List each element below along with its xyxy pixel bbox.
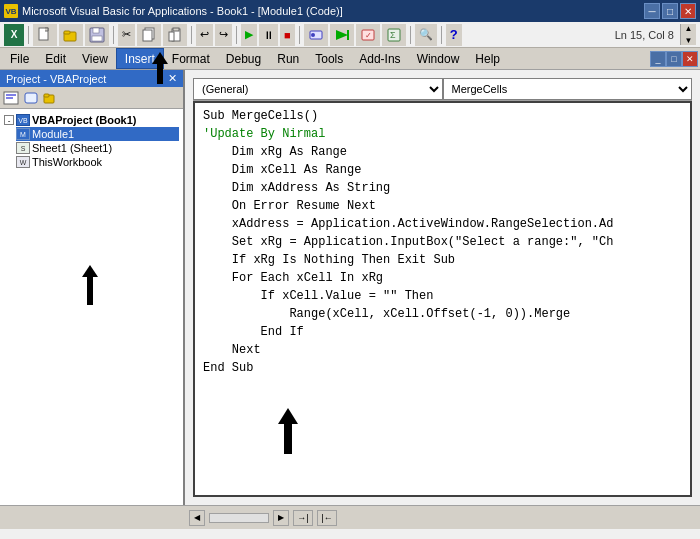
- pane-toolbar: [0, 87, 183, 109]
- menu-view[interactable]: View: [74, 48, 116, 69]
- open-icon[interactable]: [59, 24, 83, 46]
- code-area: (General) MergeCells Sub MergeCells()'Up…: [185, 70, 700, 505]
- maximize-button[interactable]: □: [662, 3, 678, 19]
- menu-addins[interactable]: Add-Ins: [351, 48, 408, 69]
- svg-rect-5: [92, 36, 102, 41]
- svg-rect-9: [173, 28, 179, 31]
- help-icon[interactable]: ?: [446, 24, 462, 46]
- inner-minimize[interactable]: _: [650, 51, 666, 67]
- pause-icon[interactable]: ⏸: [259, 24, 278, 46]
- project-pane-title: Project - VBAProject ✕: [0, 70, 183, 87]
- sep5: [299, 26, 300, 44]
- svg-marker-13: [336, 30, 348, 40]
- pane-close-icon[interactable]: ✕: [168, 72, 177, 85]
- tree-thisworkbook[interactable]: W ThisWorkbook: [16, 155, 179, 169]
- menu-format[interactable]: Format: [164, 48, 218, 69]
- sep4: [236, 26, 237, 44]
- debug-icon3[interactable]: ✓: [356, 24, 380, 46]
- general-dropdown[interactable]: (General): [193, 78, 443, 100]
- close-button[interactable]: ✕: [680, 3, 696, 19]
- svg-rect-24: [44, 94, 49, 97]
- view-object-btn[interactable]: [22, 89, 40, 107]
- sep2: [113, 26, 114, 44]
- horizontal-scrollbar[interactable]: [209, 513, 269, 523]
- workbook-icon: W: [16, 156, 30, 168]
- sep3: [191, 26, 192, 44]
- svg-rect-7: [143, 30, 152, 41]
- sheet-icon: S: [16, 142, 30, 154]
- bottom-area: ◀ ▶ →| |←: [0, 505, 700, 529]
- inner-close[interactable]: ✕: [682, 51, 698, 67]
- menu-tools[interactable]: Tools: [307, 48, 351, 69]
- scroll-right-btn[interactable]: ▶: [273, 510, 289, 526]
- new-icon[interactable]: [33, 24, 57, 46]
- save-icon[interactable]: [85, 24, 109, 46]
- svg-rect-4: [93, 28, 99, 33]
- redo-icon[interactable]: ↪: [215, 24, 232, 46]
- menu-bar: File Edit View Insert Format Debug Run T…: [0, 48, 700, 70]
- module-icon: M: [16, 128, 30, 140]
- menu-help[interactable]: Help: [467, 48, 508, 69]
- sep6: [410, 26, 411, 44]
- excel-icon[interactable]: X: [4, 24, 24, 46]
- svg-text:Σ: Σ: [390, 30, 396, 40]
- svg-rect-10: [169, 32, 174, 41]
- stop-icon[interactable]: ■: [280, 24, 295, 46]
- dropdowns-bar: (General) MergeCells: [193, 78, 692, 101]
- find-icon[interactable]: 🔍: [415, 24, 437, 46]
- menu-edit[interactable]: Edit: [37, 48, 74, 69]
- tree-root[interactable]: - VB VBAProject (Book1): [4, 113, 179, 127]
- debug-icon1[interactable]: [304, 24, 328, 46]
- expand-root[interactable]: -: [4, 115, 14, 125]
- svg-rect-22: [25, 93, 37, 103]
- tree-module1[interactable]: M Module1: [16, 127, 179, 141]
- app-icon: VB: [4, 4, 18, 18]
- code-editor[interactable]: Sub MergeCells()'Update By Nirmal Dim xR…: [193, 101, 692, 497]
- menu-file[interactable]: File: [2, 48, 37, 69]
- tree-children: M Module1 S Sheet1 (Sheet1) W ThisWorkbo…: [4, 127, 179, 169]
- main-area: Project - VBAProject ✕ - VB VBAProject (…: [0, 70, 700, 505]
- scroll-left-btn[interactable]: ◀: [189, 510, 205, 526]
- tree-sheet1[interactable]: S Sheet1 (Sheet1): [16, 141, 179, 155]
- toggle-folders-btn[interactable]: [42, 89, 60, 107]
- run-icon[interactable]: ▶: [241, 24, 257, 46]
- title-bar-controls[interactable]: ─ □ ✕: [644, 3, 696, 19]
- window-title: Microsoft Visual Basic for Applications …: [22, 5, 343, 17]
- sep7: [441, 26, 442, 44]
- copy-icon[interactable]: [137, 24, 161, 46]
- svg-point-12: [311, 33, 315, 37]
- menu-debug[interactable]: Debug: [218, 48, 269, 69]
- menu-run[interactable]: Run: [269, 48, 307, 69]
- debug-icon2[interactable]: [330, 24, 354, 46]
- project-pane: Project - VBAProject ✕ - VB VBAProject (…: [0, 70, 185, 505]
- mergecells-dropdown[interactable]: MergeCells: [443, 78, 693, 100]
- tree-area: - VB VBAProject (Book1) M Module1 S Shee…: [0, 109, 183, 505]
- toolbar-row1: X ✂ ↩ ↪ ▶ ⏸ ■ ✓ Σ 🔍 ? Ln 15, Col 8: [0, 22, 700, 48]
- view-code-btn[interactable]: [2, 89, 20, 107]
- cut-icon[interactable]: ✂: [118, 24, 135, 46]
- svg-rect-2: [64, 31, 70, 34]
- paste-icon[interactable]: [163, 24, 187, 46]
- debug-icon4[interactable]: Σ: [382, 24, 406, 46]
- line-col-indicator: Ln 15, Col 8: [615, 29, 678, 41]
- svg-text:✓: ✓: [365, 31, 372, 40]
- inner-restore[interactable]: □: [666, 51, 682, 67]
- minimize-button[interactable]: ─: [644, 3, 660, 19]
- sep1: [28, 26, 29, 44]
- toolbar-scrollbar[interactable]: ▲ ▼: [680, 24, 696, 45]
- vba-project-icon: VB: [16, 114, 30, 126]
- menu-insert[interactable]: Insert: [116, 48, 164, 69]
- title-bar-left: VB Microsoft Visual Basic for Applicatio…: [4, 4, 343, 18]
- indent-btn[interactable]: →|: [293, 510, 313, 526]
- menu-window[interactable]: Window: [409, 48, 468, 69]
- title-bar: VB Microsoft Visual Basic for Applicatio…: [0, 0, 700, 22]
- undo-icon[interactable]: ↩: [196, 24, 213, 46]
- outdent-btn[interactable]: |←: [317, 510, 337, 526]
